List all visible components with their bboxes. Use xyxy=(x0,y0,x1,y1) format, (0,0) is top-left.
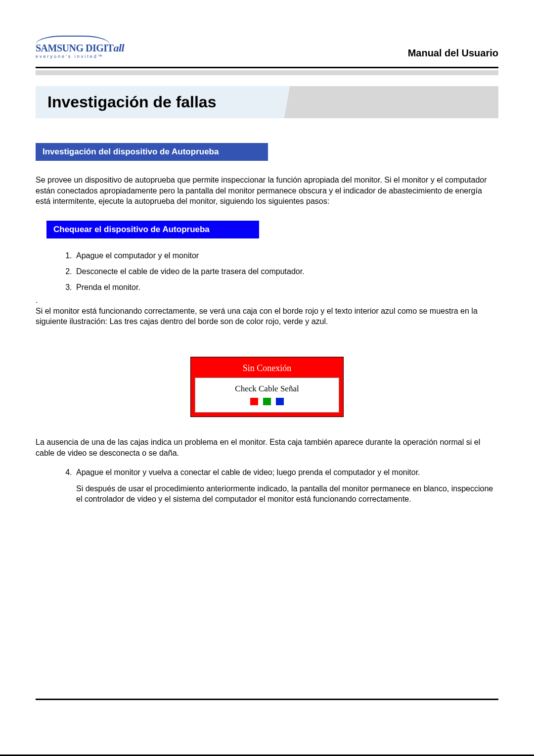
logo-tagline: everyone's invited™ xyxy=(36,54,104,59)
steps-list-2: Apague el monitor y vuelva a conectar el… xyxy=(74,468,498,505)
section-heading-1: Investigación del dispositivo de Autopru… xyxy=(36,143,268,161)
blue-box-icon xyxy=(276,398,284,405)
page-title: Investigación de fallas xyxy=(36,86,283,118)
red-box-icon xyxy=(250,398,258,405)
green-box-icon xyxy=(263,398,271,405)
rgb-boxes xyxy=(195,398,339,405)
no-signal-inner: Check Cable Señal xyxy=(195,378,339,413)
step4-sub: Si después de usar el procedimiento ante… xyxy=(76,484,498,505)
header-divider-light xyxy=(36,70,498,75)
section-heading-2: Chequear el dispositivo de Autoprueba xyxy=(46,221,259,238)
header-divider-thick xyxy=(36,67,498,68)
step-item-4: Apague el monitor y vuelva a conectar el… xyxy=(74,468,498,505)
after-illustration-paragraph: La ausencia de una de las cajas indica u… xyxy=(36,437,498,458)
stray-dot: . xyxy=(36,296,498,305)
result-paragraph: Si el monitor está funcionando correctam… xyxy=(36,306,498,327)
title-tail-shape xyxy=(283,86,312,118)
step-item: Desconecte el cable de video de la parte… xyxy=(74,267,498,276)
document-page: SAMSUNG DIGITall everyone's invited™ Man… xyxy=(0,0,534,756)
logo-main-b: all xyxy=(113,42,124,54)
no-signal-sub: Check Cable Señal xyxy=(195,384,339,394)
page-header: SAMSUNG DIGITall everyone's invited™ Man… xyxy=(36,36,498,64)
step-item: Apague el computador y el monitor xyxy=(74,251,498,260)
page-bottom-rule xyxy=(36,699,498,700)
brand-logo: SAMSUNG DIGITall everyone's invited™ xyxy=(36,36,124,59)
no-signal-title: Sin Conexión xyxy=(195,361,339,378)
document-title: Manual del Usuario xyxy=(408,47,498,59)
illustration-wrap: Sin Conexión Check Cable Señal xyxy=(36,357,498,417)
section1-intro: Se provee un dispositivo de autoprueba q… xyxy=(36,175,498,207)
logo-text: SAMSUNG DIGITall xyxy=(36,42,124,54)
step4-text: Apague el monitor y vuelva a conectar el… xyxy=(76,468,420,476)
page-title-block: Investigación de fallas xyxy=(36,86,498,118)
no-signal-box: Sin Conexión Check Cable Señal xyxy=(190,357,344,417)
logo-main-a: SAMSUNG DIGIT xyxy=(36,43,113,53)
steps-list: Apague el computador y el monitor Descon… xyxy=(74,251,498,292)
step-item: Prenda el monitor. xyxy=(74,283,498,292)
title-tail-fill xyxy=(312,86,498,118)
